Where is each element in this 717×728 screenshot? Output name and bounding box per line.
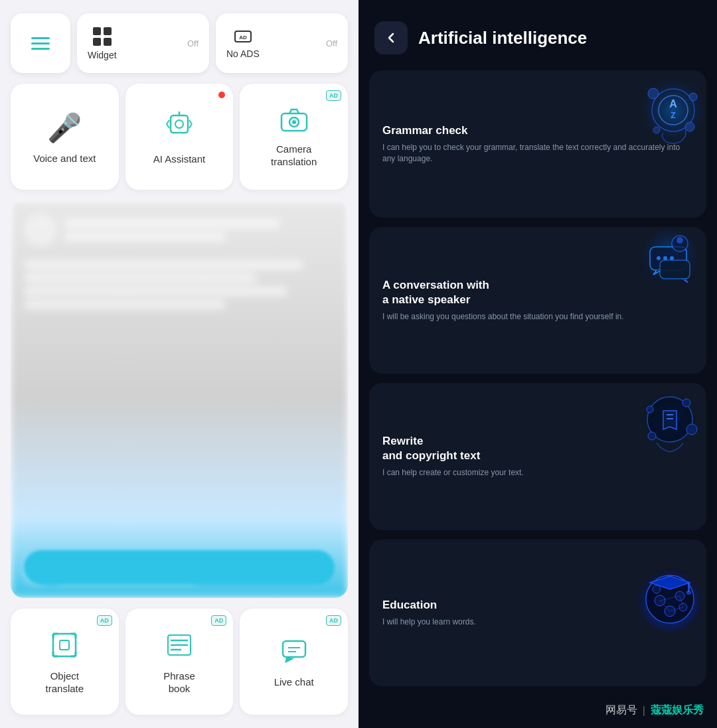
native-speaker-title: A conversation with a native speaker	[382, 278, 693, 307]
object-translate-icon	[50, 631, 78, 662]
right-panel: Artificial intelligence Grammar check I …	[358, 0, 717, 728]
object-translate-label: Object translate	[46, 670, 84, 695]
watermark: 网易号 | 蔻蔻娱乐秀	[358, 697, 717, 728]
phrase-book-icon	[165, 631, 193, 662]
phrase-book-card[interactable]: AD Phrase book	[125, 609, 234, 715]
watermark-platform: 网易号	[605, 703, 637, 717]
rewrite-card[interactable]: Rewrite and copyright text I can help cr…	[369, 383, 706, 530]
camera-translation-label: Camera translation	[271, 143, 317, 169]
svg-point-52	[682, 399, 690, 407]
watermark-separator: |	[643, 705, 645, 717]
widget-label: Widget	[88, 50, 117, 60]
top-row: Widget Off AD No ADS Off	[11, 13, 348, 73]
svg-point-46	[663, 256, 667, 260]
ad-badge-chat: AD	[326, 615, 341, 626]
svg-point-49	[677, 237, 683, 244]
ai-assistant-card[interactable]: AI Assistant	[125, 84, 234, 190]
education-card[interactable]: Education I will help you learn words.	[369, 540, 706, 687]
voice-text-label: Voice and text	[33, 152, 96, 165]
svg-text:AD: AD	[239, 35, 247, 40]
grammar-check-title: Grammar check	[382, 123, 693, 138]
ad-badge-object: AD	[97, 615, 112, 626]
red-dot-badge	[218, 92, 225, 98]
svg-point-54	[686, 424, 697, 435]
svg-point-45	[657, 256, 661, 260]
svg-point-15	[292, 120, 296, 124]
feature-row: 🎤 Voice and text AI Assistant AD	[11, 84, 348, 190]
blurred-button	[24, 550, 335, 585]
svg-rect-3	[104, 38, 112, 46]
phrase-book-label: Phrase book	[163, 670, 195, 695]
menu-button[interactable]	[11, 13, 70, 73]
svg-rect-6	[171, 115, 188, 133]
ai-icon	[165, 110, 193, 145]
svg-rect-2	[93, 38, 101, 46]
svg-point-38	[648, 88, 659, 99]
svg-line-9	[167, 120, 169, 124]
svg-text:A: A	[669, 98, 677, 109]
native-speaker-desc: I will be asking you questions about the…	[382, 311, 693, 323]
camera-translation-card[interactable]: AD Camera translation	[240, 84, 348, 190]
svg-rect-0	[93, 27, 101, 35]
svg-rect-59	[688, 583, 690, 592]
grammar-check-card[interactable]: Grammar check I can help you to check yo…	[369, 70, 706, 218]
svg-rect-44	[660, 260, 690, 279]
ad-badge-phrase: AD	[211, 615, 226, 626]
microphone-icon: 🎤	[47, 111, 82, 144]
widget-toggle[interactable]: Widget Off	[77, 13, 209, 73]
left-panel: Widget Off AD No ADS Off 🎤 Voice and tex…	[0, 0, 358, 728]
hamburger-icon	[31, 37, 50, 50]
svg-point-39	[689, 93, 697, 101]
ai-header: Artificial intelligence	[358, 0, 717, 70]
no-ads-toggle[interactable]: AD No ADS Off	[216, 13, 348, 73]
live-chat-icon	[280, 637, 308, 668]
live-chat-label: Live chat	[274, 676, 314, 689]
svg-rect-17	[60, 640, 69, 650]
camera-icon	[280, 108, 308, 135]
live-chat-card[interactable]: AD Live chat	[240, 609, 348, 715]
grammar-check-desc: I can help you to check your grammar, tr…	[382, 142, 693, 165]
back-arrow-icon	[384, 31, 398, 44]
blurred-content-area	[11, 200, 348, 598]
no-ads-label: No ADS	[226, 48, 260, 59]
svg-text:Z: Z	[671, 111, 675, 120]
ai-assistant-label: AI Assistant	[153, 153, 205, 166]
svg-line-11	[189, 120, 192, 124]
svg-point-60	[686, 591, 692, 595]
education-desc: I will help you learn words.	[382, 617, 693, 628]
svg-line-12	[189, 124, 192, 128]
svg-line-10	[167, 124, 169, 128]
object-translate-card[interactable]: AD Object translate	[11, 609, 119, 715]
no-ads-icon: AD	[234, 27, 252, 46]
svg-point-53	[647, 406, 653, 413]
blurred-inner	[11, 200, 348, 598]
svg-point-7	[175, 120, 183, 128]
svg-point-64	[653, 585, 661, 593]
ai-page-title: Artificial intelligence	[418, 28, 587, 48]
widget-toggle-value: Off	[187, 38, 199, 48]
bottom-feature-row: AD Object translate AD	[11, 609, 348, 715]
svg-rect-16	[53, 634, 76, 656]
ad-badge: AD	[326, 90, 341, 101]
widget-icon	[92, 26, 113, 47]
ai-cards-container: Grammar check I can help you to check yo…	[358, 70, 717, 697]
rewrite-title: Rewrite and copyright text	[382, 434, 693, 463]
voice-text-card[interactable]: 🎤 Voice and text	[11, 84, 119, 190]
svg-rect-30	[283, 641, 305, 657]
native-speaker-card[interactable]: A conversation with a native speaker I w…	[369, 227, 706, 374]
back-button[interactable]	[374, 21, 408, 54]
watermark-brand: 蔻蔻娱乐秀	[651, 703, 704, 717]
education-title: Education	[382, 598, 693, 613]
svg-rect-1	[104, 27, 112, 35]
no-ads-toggle-value: Off	[326, 38, 337, 48]
rewrite-desc: I can help create or customize your text…	[382, 467, 693, 478]
svg-point-47	[670, 256, 674, 260]
